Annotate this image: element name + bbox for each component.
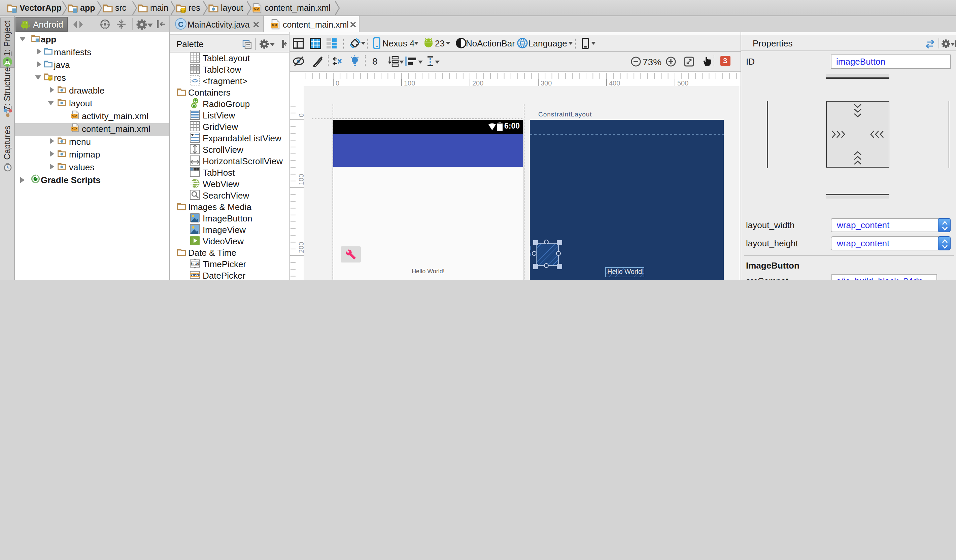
svg-text:<>: <> — [191, 77, 198, 84]
svg-text:2011: 2011 — [190, 273, 199, 277]
svg-text:0: 0 — [336, 79, 339, 86]
svg-text:500: 500 — [677, 79, 689, 86]
svg-text:200: 200 — [297, 242, 303, 253]
svg-text:200: 200 — [472, 79, 483, 86]
svg-text:8:10: 8:10 — [190, 262, 199, 266]
svg-text:100: 100 — [404, 79, 415, 86]
svg-text:300: 300 — [541, 79, 552, 86]
svg-text:100: 100 — [297, 174, 303, 185]
svg-text:0: 0 — [297, 113, 303, 117]
svg-text:400: 400 — [609, 79, 620, 86]
